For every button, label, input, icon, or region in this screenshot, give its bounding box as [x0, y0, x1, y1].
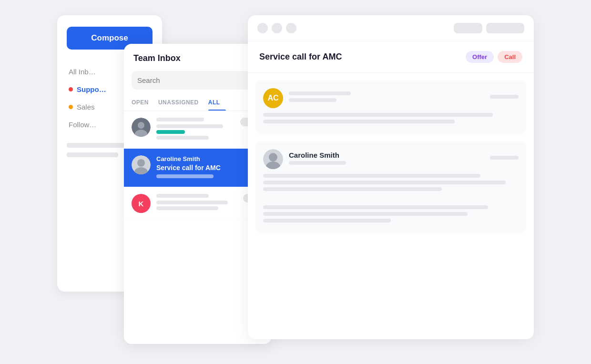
msg-time-1: [490, 95, 519, 99]
detail-panel: Service call for AMC Offer Call AC: [248, 15, 534, 339]
detail-header: Service call for AMC Offer Call: [248, 41, 534, 73]
tab-open[interactable]: OPEN: [132, 95, 154, 111]
msg-line-4: [263, 181, 506, 184]
conv-tag: [156, 130, 185, 134]
dot-1: [257, 23, 268, 33]
msg-meta-1: [289, 91, 484, 105]
detail-actions: Offer Call: [466, 51, 522, 63]
msg-sub-ph-1: [289, 98, 336, 102]
msg-line-2: [263, 120, 455, 123]
conv-line-selected: [156, 174, 214, 178]
conv-content-1: [156, 118, 234, 142]
msg-avatar-ac: AC: [263, 88, 283, 108]
message-card-2: Caroline Smith: [255, 142, 526, 233]
dot-3: [286, 23, 296, 33]
conv-k-line-2: [156, 201, 228, 204]
msg-spacer: [263, 194, 519, 205]
avatar-k: K: [132, 194, 151, 213]
offer-tag-button[interactable]: Offer: [466, 51, 494, 63]
msg-avatar-caroline: [263, 149, 283, 169]
svg-point-7: [269, 153, 277, 162]
msg-line-3: [263, 174, 480, 178]
conv-line-2: [156, 136, 209, 140]
msg-time-2: [490, 156, 519, 160]
sidebar-item-label: Sales: [77, 103, 95, 111]
conv-content-3: [156, 194, 237, 212]
conv-name-2: Caroline Smith: [156, 155, 242, 162]
conv-name-placeholder: [156, 118, 204, 121]
conv-k-line-1: [156, 194, 209, 198]
sales-dot: [69, 105, 73, 109]
msg-line-1: [263, 113, 493, 117]
msg-line-8: [263, 219, 391, 222]
conv-k-line-3: [156, 206, 218, 210]
sidebar-item-label: Suppo…: [77, 85, 120, 93]
avatar-1: [132, 118, 151, 137]
msg-line-6: [263, 205, 488, 209]
top-bar-dots: [257, 23, 296, 33]
msg-header-2: Caroline Smith: [263, 149, 519, 169]
msg-name-ph-1: [289, 91, 351, 95]
msg-line-7: [263, 212, 468, 216]
msg-header-1: AC: [263, 88, 519, 108]
msg-name-2: Caroline Smith: [289, 151, 484, 159]
detail-title: Service call for AMC: [259, 52, 342, 62]
sidebar-item-label: Follow…: [69, 121, 112, 129]
msg-meta-2: Caroline Smith: [289, 151, 484, 168]
msg-sub-ph-2: [289, 161, 346, 165]
top-bar-right: [454, 23, 524, 33]
tab-all[interactable]: ALL: [208, 95, 226, 111]
support-dot: [69, 87, 73, 91]
detail-top-bar: [248, 15, 534, 41]
tab-unassigned[interactable]: UNASSIGNED: [158, 95, 204, 111]
avatar-2: [132, 155, 151, 174]
conv-content-2: Caroline Smith Service call for AMC: [156, 155, 242, 180]
message-card-1: AC: [255, 81, 526, 134]
msg-content-1: [263, 113, 519, 123]
call-tag-button[interactable]: Call: [498, 51, 522, 63]
sidebar-placeholder-2: [67, 152, 118, 157]
msg-content-2: [263, 174, 519, 222]
dot-2: [272, 23, 282, 33]
ph-btn-2: [486, 23, 524, 33]
svg-point-1: [138, 122, 144, 129]
svg-point-4: [137, 159, 145, 167]
search-bar: 🔍: [132, 71, 264, 90]
conv-line-1: [156, 124, 223, 128]
ph-btn-1: [454, 23, 482, 33]
sidebar-item-label: All Inb…: [69, 68, 112, 76]
conv-subject-2: Service call for AMC: [156, 164, 242, 172]
msg-line-5: [263, 187, 442, 191]
search-input[interactable]: [137, 76, 245, 84]
